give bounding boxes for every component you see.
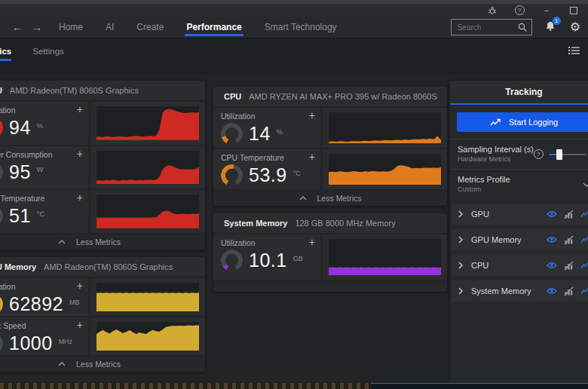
nav-item-home[interactable]: Home [57, 17, 84, 38]
tab-metrics[interactable]: Metrics [0, 47, 11, 61]
gpu-power-row: Power Consumption + 95 W [0, 146, 205, 189]
metric-value: 94 [9, 117, 31, 139]
tracking-section-cpu[interactable]: CPU [452, 255, 588, 276]
start-logging-button[interactable]: Start Logging [457, 112, 588, 132]
sub-tabbar: Metrics Settings [0, 38, 588, 75]
gauge [0, 332, 3, 354]
gpu-temperature-row: GPU Temperature + 51 °C [0, 190, 205, 233]
tracking-section-gpu[interactable]: GPU [452, 204, 588, 225]
cpu-panel-header: CPU AMD RYZEN AI MAX+ PRO 395 w/ Radeon … [213, 87, 447, 106]
gpu-panel: GPU AMD Radeon(TM) 8060S Graphics Utiliz… [0, 81, 205, 250]
line-chart-icon[interactable] [580, 286, 588, 296]
cpu-less-metrics-toggle[interactable]: Less Metrics [213, 191, 447, 206]
system-memory-utilization-row: Utilization + 10.1 GB [213, 234, 447, 280]
metric-unit: GB [293, 255, 303, 262]
metric-value: 10.1 [249, 250, 287, 271]
sparkline-chart [96, 283, 199, 311]
chevron-up-icon [299, 196, 307, 201]
plus-icon[interactable]: + [309, 151, 315, 163]
gear-icon[interactable]: ⚙ [570, 21, 580, 33]
eye-icon[interactable] [547, 236, 557, 244]
help-icon[interactable]: ? [514, 6, 525, 15]
metric-value: 14 [249, 123, 271, 145]
metrics-profile-row[interactable]: Metrics Profile Custom [450, 169, 588, 199]
tab-settings[interactable]: Settings [32, 47, 64, 61]
metric-unit: % [37, 122, 43, 130]
plus-icon[interactable]: + [77, 319, 83, 331]
plus-icon[interactable]: + [309, 236, 315, 248]
tab-items: Metrics Settings [0, 47, 64, 61]
eye-icon[interactable] [547, 262, 557, 269]
tracking-section-gpu-memory[interactable]: GPU Memory [452, 229, 588, 250]
plus-icon[interactable]: + [77, 103, 83, 115]
chevron-right-icon [458, 210, 463, 218]
sampling-interval-row: Sampling Interval (s) Hardware Metrics ?… [450, 139, 588, 169]
gpu-memory-utilization-row: Utilization + 62892 MB [0, 278, 205, 316]
no-chart-icon[interactable] [564, 286, 574, 296]
line-chart-icon[interactable] [580, 235, 588, 244]
tracking-section-system-memory[interactable]: System Memory [452, 280, 588, 302]
metric-label: CPU Temperature [221, 153, 313, 162]
notifications-bell-icon[interactable]: 1 [544, 20, 558, 34]
metric-unit: MB [69, 299, 80, 306]
no-chart-icon[interactable] [564, 235, 574, 245]
gauge [0, 293, 3, 315]
nav-item-ai[interactable]: AI [104, 17, 115, 38]
metric-value: 53.9 [249, 164, 287, 186]
taskbar-edge-right [371, 383, 588, 389]
eye-icon[interactable] [547, 210, 557, 218]
sparkline-chart [329, 154, 441, 185]
maximize-icon[interactable] [568, 6, 579, 15]
nav-right-controls: 1 ⚙ [451, 19, 580, 35]
nav-item-create[interactable]: Create [135, 17, 165, 38]
metrics-profile-label: Metrics Profile [458, 175, 510, 185]
nav-item-smart-technology[interactable]: Smart Technology [263, 17, 338, 38]
chevron-right-icon [458, 236, 463, 244]
no-chart-icon[interactable] [564, 261, 574, 271]
search-input[interactable] [456, 23, 513, 32]
nav-item-performance[interactable]: Performance [185, 17, 243, 38]
sampling-interval-slider[interactable] [549, 149, 586, 160]
plus-icon[interactable]: + [77, 148, 83, 160]
line-chart-icon[interactable] [580, 210, 588, 219]
chevron-right-icon [458, 262, 463, 269]
gpu-less-metrics-toggle[interactable]: Less Metrics [0, 234, 205, 250]
forward-arrow-icon[interactable]: → [27, 21, 47, 33]
sparkline-chart [96, 106, 199, 140]
eye-icon[interactable] [547, 287, 557, 295]
gpu-memory-panel: GPU Memory AMD Radeon(TM) 8060S Graphics… [0, 257, 205, 372]
sparkline-chart [96, 322, 199, 351]
titlebar: ? – [0, 4, 588, 17]
chevron-up-icon [58, 362, 66, 366]
main-navbar: ← → Home AI Create Performance Smart Tec… [0, 17, 588, 38]
metric-unit: % [277, 128, 283, 136]
metric-value: 1000 [9, 332, 53, 354]
no-chart-icon[interactable] [564, 210, 574, 219]
plus-icon[interactable]: + [77, 191, 83, 204]
plus-icon[interactable]: + [77, 280, 83, 292]
plus-icon[interactable]: + [309, 109, 315, 121]
search-icon [518, 23, 527, 32]
cpu-panel: CPU AMD RYZEN AI MAX+ PRO 395 w/ Radeon … [213, 87, 447, 206]
bug-report-icon[interactable] [487, 6, 498, 15]
metric-unit: W [37, 166, 44, 173]
gpu-utilization-row: Utilization + 94 % [0, 102, 205, 145]
gpu-panel-header: GPU AMD Radeon(TM) 8060S Graphics [0, 81, 205, 100]
sampling-help-icon[interactable]: ? [534, 149, 544, 159]
slider-handle[interactable] [556, 149, 562, 160]
cpu-temperature-row: CPU Temperature + 53.9 °C [213, 149, 447, 189]
line-chart-icon[interactable] [580, 261, 588, 270]
gpu-memory-panel-title: GPU Memory [0, 262, 36, 271]
metric-label: GPU Temperature [0, 194, 81, 203]
metric-value: 51 [9, 205, 31, 227]
gauge [0, 117, 3, 139]
search-box[interactable] [451, 19, 532, 35]
gpu-memory-clock-row: Clock Speed + 1000 MHz [0, 317, 205, 355]
gpu-memory-less-metrics-toggle[interactable]: Less Metrics [0, 357, 205, 372]
layout-list-icon[interactable] [568, 45, 580, 56]
back-arrow-icon[interactable]: ← [8, 21, 27, 33]
gauge [0, 205, 3, 227]
minimize-icon[interactable]: – [541, 6, 552, 15]
trend-chart-icon [490, 118, 501, 127]
notification-badge: 1 [553, 17, 561, 25]
